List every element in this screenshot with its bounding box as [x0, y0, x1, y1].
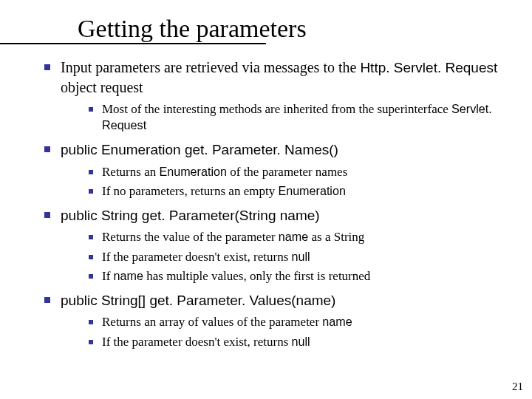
bullet-3-1-text: Returns the value of the parameter name … — [102, 229, 364, 245]
bullet-2: public Enumeration get. Parameter. Names… — [44, 140, 510, 160]
text: Returns an array of values of the parame… — [102, 315, 322, 329]
bullet-3-2-text: If the parameter doesn't exist, returns … — [102, 249, 310, 265]
text: Returns the value of the parameter — [102, 230, 279, 244]
bullet-icon — [44, 64, 50, 70]
bullet-1-1-text: Most of the interesting methods are inhe… — [102, 101, 510, 134]
bullet-icon — [89, 170, 93, 174]
bullet-2-1-text: Returns an Enumeration of the parameter … — [102, 164, 347, 180]
text: If the parameter doesn't exist, returns — [102, 335, 292, 349]
code: Enumeration — [278, 184, 346, 197]
bullet-icon — [89, 255, 93, 259]
bullet-icon — [44, 297, 50, 303]
bullet-3-3: If name has multiple values, only the fi… — [89, 268, 510, 284]
bullet-4-1: Returns an array of values of the parame… — [89, 314, 510, 330]
bullet-4-1-text: Returns an array of values of the parame… — [102, 314, 352, 330]
code: name — [322, 315, 352, 328]
bullet-4-2-text: If the parameter doesn't exist, returns … — [102, 334, 310, 350]
bullet-icon — [89, 107, 93, 112]
text: Returns an — [102, 165, 159, 179]
bullet-1-text: Input parameters are retrieved via messa… — [61, 58, 510, 97]
bullet-icon — [89, 340, 93, 344]
bullet-3-1: Returns the value of the parameter name … — [89, 229, 510, 245]
text: If the parameter doesn't exist, returns — [102, 250, 292, 264]
text: has multiple values, only the first is r… — [143, 269, 370, 283]
bullet-4-2: If the parameter doesn't exist, returns … — [89, 334, 510, 350]
bullet-icon — [89, 189, 93, 194]
code: public String[] get. Parameter. Values(n… — [61, 293, 335, 308]
bullet-3-2: If the parameter doesn't exist, returns … — [89, 249, 510, 265]
text: as a String — [308, 230, 364, 244]
title-underline — [0, 43, 266, 44]
text: object request — [61, 79, 143, 95]
code: Http. Servlet. Request — [360, 60, 497, 75]
code: null — [292, 250, 310, 263]
bullet-1-1: Most of the interesting methods are inhe… — [89, 101, 510, 134]
bullet-1: Input parameters are retrieved via messa… — [44, 58, 510, 97]
bullet-icon — [44, 212, 50, 218]
code: public Enumeration get. Parameter. Names… — [61, 142, 338, 157]
bullet-icon — [89, 320, 93, 324]
bullet-4-text: public String[] get. Parameter. Values(n… — [61, 290, 335, 310]
bullet-2-1: Returns an Enumeration of the parameter … — [89, 164, 510, 180]
code: name — [114, 269, 143, 282]
text: If no parameters, returns an empty — [102, 184, 278, 198]
bullet-icon — [89, 274, 93, 279]
code: Enumeration — [159, 165, 227, 178]
bullet-2-text: public Enumeration get. Parameter. Names… — [61, 140, 338, 160]
bullet-4: public String[] get. Parameter. Values(n… — [44, 290, 510, 310]
bullet-3: public String get. Parameter(String name… — [44, 205, 510, 225]
code: null — [292, 335, 310, 348]
page-number: 21 — [512, 381, 523, 393]
code: public String get. Parameter(String name… — [61, 208, 320, 223]
bullet-icon — [44, 146, 50, 152]
bullet-3-text: public String get. Parameter(String name… — [61, 205, 320, 225]
bullet-2-2: If no parameters, returns an empty Enume… — [89, 183, 510, 200]
code: name — [279, 230, 308, 243]
text: Input parameters are retrieved via messa… — [61, 59, 360, 75]
slide-title: Getting the parameters — [78, 15, 510, 43]
bullet-3-3-text: If name has multiple values, only the fi… — [102, 268, 370, 284]
bullet-icon — [89, 235, 93, 239]
slide: Getting the parameters Input parameters … — [0, 0, 532, 399]
text: If — [102, 269, 114, 283]
text: of the parameter names — [227, 165, 347, 179]
text: Most of the interesting methods are inhe… — [102, 102, 451, 116]
bullet-2-2-text: If no parameters, returns an empty Enume… — [102, 183, 346, 200]
